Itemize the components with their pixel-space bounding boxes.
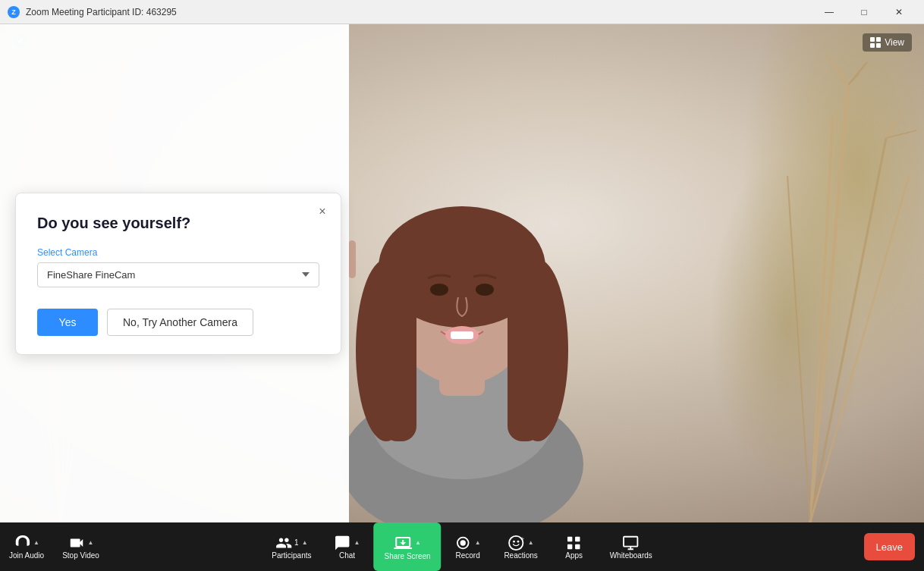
svg-text:+: + xyxy=(521,535,524,542)
video-camera-icon xyxy=(68,535,85,551)
record-button[interactable]: ▲ Record xyxy=(442,522,495,571)
participants-row: 1 ▲ xyxy=(275,535,307,551)
toolbar: ▲ Join Audio ▲ Stop Video 1 ▲ Participan… xyxy=(0,522,924,571)
svg-rect-47 xyxy=(876,43,881,48)
maximize-button[interactable]: □ xyxy=(847,0,882,24)
share-screen-row: ▲ xyxy=(394,534,421,552)
camera-select-dropdown[interactable]: FineShare FineCam Integrated Camera Virt… xyxy=(37,262,319,287)
yes-button[interactable]: Yes xyxy=(37,309,98,336)
reactions-label: Reactions xyxy=(504,551,537,560)
reactions-button[interactable]: + ▲ Reactions xyxy=(495,522,548,571)
share-screen-icon xyxy=(394,534,412,552)
dialog-close-button[interactable]: × xyxy=(313,202,332,221)
whiteboards-icon xyxy=(623,535,640,551)
leave-button[interactable]: Leave xyxy=(864,533,915,560)
view-icon xyxy=(870,37,881,48)
window-title: Zoom Meeting Participant ID: 463295 xyxy=(26,7,177,17)
title-bar-left: Z Zoom Meeting Participant ID: 463295 xyxy=(8,6,177,18)
participants-label: Participants xyxy=(272,551,311,560)
svg-point-35 xyxy=(476,284,494,296)
video-container: View × Do you see yourself? Select Camer… xyxy=(0,24,924,522)
headphone-icon xyxy=(14,535,30,551)
svg-rect-43 xyxy=(348,240,356,278)
chat-label: Chat xyxy=(339,551,355,560)
join-audio-label: Join Audio xyxy=(9,551,44,560)
window-controls: — □ ✕ xyxy=(812,0,916,24)
stop-video-button[interactable]: ▲ Stop Video xyxy=(53,522,108,571)
chat-button[interactable]: ▲ Chat xyxy=(320,522,373,571)
zoom-logo: Z xyxy=(8,6,20,18)
camera-select-label: Select Camera xyxy=(37,247,319,258)
share-screen-label: Share Screen xyxy=(384,552,430,560)
join-audio-button[interactable]: ▲ Join Audio xyxy=(0,522,53,571)
join-audio-caret[interactable]: ▲ xyxy=(33,539,39,546)
svg-rect-44 xyxy=(870,37,875,42)
svg-rect-45 xyxy=(876,37,881,42)
stop-video-label: Stop Video xyxy=(62,551,99,560)
whiteboards-row xyxy=(623,535,640,551)
share-screen-caret[interactable]: ▲ xyxy=(415,539,421,546)
chat-icon xyxy=(335,535,351,551)
dialog-buttons: Yes No, Try Another Camera xyxy=(37,309,319,336)
apps-label: Apps xyxy=(565,551,583,560)
title-bar: Z Zoom Meeting Participant ID: 463295 — … xyxy=(0,0,924,24)
share-screen-button[interactable]: ▲ Share Screen xyxy=(373,522,441,571)
svg-rect-33 xyxy=(508,290,542,441)
svg-point-51 xyxy=(514,540,516,542)
dialog-title: Do you see yourself? xyxy=(37,215,319,232)
svg-point-52 xyxy=(517,540,520,542)
svg-rect-57 xyxy=(575,544,580,548)
chat-caret[interactable]: ▲ xyxy=(354,539,360,546)
toolbar-center: 1 ▲ Participants ▲ Chat ▲ Share S xyxy=(262,522,662,571)
record-row: ▲ xyxy=(455,535,481,551)
apps-icon xyxy=(566,535,583,551)
svg-rect-37 xyxy=(451,331,473,339)
camera-check-dialog: × Do you see yourself? Select Camera Fin… xyxy=(15,193,341,355)
reactions-icon: + xyxy=(508,535,525,551)
svg-rect-56 xyxy=(567,544,572,548)
participants-icon xyxy=(275,535,292,551)
record-icon xyxy=(455,535,472,551)
svg-rect-32 xyxy=(382,290,416,441)
apps-button[interactable]: Apps xyxy=(548,522,601,571)
apps-row xyxy=(566,535,583,551)
record-caret[interactable]: ▲ xyxy=(475,539,481,546)
chat-row: ▲ xyxy=(335,535,360,551)
stop-video-caret[interactable]: ▲ xyxy=(88,539,94,546)
reactions-caret[interactable]: ▲ xyxy=(528,539,534,546)
no-try-another-camera-button[interactable]: No, Try Another Camera xyxy=(107,309,253,336)
svg-point-34 xyxy=(430,284,448,296)
join-audio-row: ▲ xyxy=(14,535,39,551)
svg-rect-58 xyxy=(624,536,638,546)
svg-rect-54 xyxy=(567,536,572,541)
svg-rect-46 xyxy=(870,43,875,48)
minimize-button[interactable]: — xyxy=(812,0,847,24)
record-label: Record xyxy=(456,551,480,560)
svg-rect-55 xyxy=(575,536,580,541)
participant-count: 1 xyxy=(294,538,299,547)
participants-caret[interactable]: ▲ xyxy=(302,539,308,546)
whiteboards-button[interactable]: Whiteboards xyxy=(601,522,662,571)
reactions-row: + ▲ xyxy=(508,535,534,551)
participants-button[interactable]: 1 ▲ Participants xyxy=(262,522,320,571)
svg-point-49 xyxy=(460,540,466,545)
close-button[interactable]: ✕ xyxy=(882,0,916,24)
toolbar-right: Leave xyxy=(864,533,924,560)
whiteboards-label: Whiteboards xyxy=(610,551,652,560)
view-button[interactable]: View xyxy=(863,33,912,52)
stop-video-row: ▲ xyxy=(68,535,94,551)
